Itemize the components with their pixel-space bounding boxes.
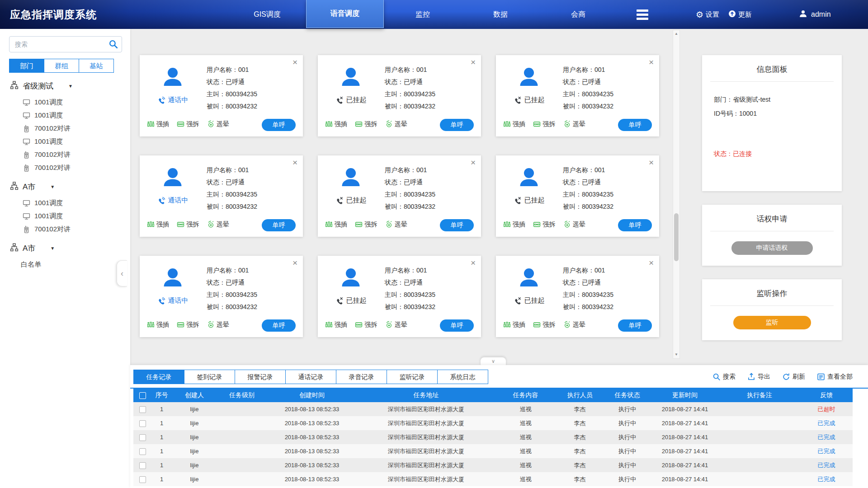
table-row[interactable]: 1 lijie 2018-08-13 08:52:33 深圳市福田区彩田村水源大… bbox=[133, 472, 853, 486]
search-input[interactable] bbox=[9, 36, 122, 52]
tree-group-row[interactable]: A市 ▼ bbox=[10, 243, 130, 253]
bottom-collapse-handle[interactable]: ∨ bbox=[480, 357, 506, 366]
apply-talk-right-button[interactable]: 申请话语权 bbox=[731, 241, 813, 255]
card-action-button[interactable]: 遥晕 bbox=[207, 120, 229, 128]
card-action-button[interactable]: 强拆 bbox=[533, 321, 555, 329]
single-call-button[interactable]: 单呼 bbox=[618, 319, 652, 332]
single-call-button[interactable]: 单呼 bbox=[262, 219, 296, 231]
table-row[interactable]: 1 lijie 2018-08-13 08:52:33 深圳市福田区彩田村水源大… bbox=[133, 458, 853, 472]
tree-item[interactable]: 700102对讲 bbox=[23, 223, 130, 236]
scrollbar-thumb[interactable] bbox=[674, 213, 679, 261]
card-action-button[interactable]: 强插 bbox=[503, 321, 525, 329]
caret-down-icon[interactable]: ▼ bbox=[50, 246, 55, 251]
card-action-button[interactable]: 强插 bbox=[503, 221, 525, 229]
single-call-button[interactable]: 单呼 bbox=[618, 219, 652, 231]
table-row[interactable]: 1 lijie 2018-08-13 08:52:33 深圳市福田区彩田村水源大… bbox=[133, 402, 853, 416]
sidebar-tab[interactable]: 群组 bbox=[44, 59, 79, 73]
hamburger-icon[interactable] bbox=[617, 9, 668, 20]
close-icon[interactable]: × bbox=[649, 58, 654, 66]
card-action-button[interactable]: 强拆 bbox=[355, 321, 377, 329]
card-action-button[interactable]: 遥晕 bbox=[563, 221, 585, 229]
tree-group-row[interactable]: 省级测试 ▼ bbox=[10, 81, 130, 91]
caret-down-icon[interactable]: ▼ bbox=[50, 184, 55, 189]
close-icon[interactable]: × bbox=[471, 58, 476, 66]
card-action-button[interactable]: 遥晕 bbox=[385, 221, 407, 229]
card-action-button[interactable]: 强插 bbox=[147, 120, 169, 128]
close-icon[interactable]: × bbox=[649, 158, 654, 167]
toolbar-button[interactable]: 刷新 bbox=[782, 373, 805, 381]
tree-item[interactable]: 白名单 bbox=[21, 258, 130, 271]
settings-button[interactable]: ⚙ 设置 bbox=[696, 10, 719, 19]
single-call-button[interactable]: 单呼 bbox=[440, 219, 474, 231]
row-checkbox[interactable] bbox=[139, 462, 146, 469]
tree-item[interactable]: 1001调度 bbox=[23, 135, 130, 148]
card-action-button[interactable]: 遥晕 bbox=[563, 120, 585, 128]
single-call-button[interactable]: 单呼 bbox=[440, 119, 474, 131]
card-action-button[interactable]: 遥晕 bbox=[207, 221, 229, 229]
card-action-button[interactable]: 强插 bbox=[325, 221, 347, 229]
tree-item[interactable]: 1001调度 bbox=[23, 96, 130, 109]
row-checkbox[interactable] bbox=[139, 476, 146, 483]
toolbar-button[interactable]: 搜索 bbox=[712, 373, 736, 381]
toolbar-button[interactable]: 查看全部 bbox=[817, 373, 853, 381]
row-checkbox[interactable] bbox=[139, 420, 146, 427]
table-row[interactable]: 1 lijie 2018-08-13 08:52:33 深圳市福田区彩田村水源大… bbox=[133, 430, 853, 444]
close-icon[interactable]: × bbox=[649, 258, 654, 267]
scrollbar-track[interactable]: ▲ ▼ bbox=[673, 30, 680, 359]
card-action-button[interactable]: 强拆 bbox=[533, 120, 555, 128]
tree-group-row[interactable]: A市 ▼ bbox=[10, 182, 130, 192]
single-call-button[interactable]: 单呼 bbox=[262, 119, 296, 131]
tree-item[interactable]: 700102对讲 bbox=[23, 122, 130, 135]
update-button[interactable]: 更新 bbox=[728, 10, 752, 19]
nav-menu-item[interactable]: GIS调度 bbox=[228, 0, 306, 29]
close-icon[interactable]: × bbox=[292, 158, 297, 167]
caret-down-icon[interactable]: ▼ bbox=[68, 84, 73, 89]
single-call-button[interactable]: 单呼 bbox=[440, 319, 474, 332]
nav-menu-item[interactable]: 监控 bbox=[384, 0, 462, 29]
sidebar-tab[interactable]: 基站 bbox=[79, 59, 114, 73]
row-checkbox[interactable] bbox=[139, 434, 146, 441]
card-action-button[interactable]: 强插 bbox=[147, 221, 169, 229]
close-icon[interactable]: × bbox=[292, 258, 297, 267]
single-call-button[interactable]: 单呼 bbox=[618, 119, 652, 131]
nav-menu-item[interactable]: 会商 bbox=[539, 0, 617, 29]
table-row[interactable]: 1 lijie 2018-08-13 08:52:33 深圳市福田区彩田村水源大… bbox=[133, 416, 853, 430]
toolbar-button[interactable]: 导出 bbox=[747, 373, 770, 381]
select-all-checkbox[interactable] bbox=[139, 392, 146, 399]
record-tab[interactable]: 系统日志 bbox=[437, 370, 488, 384]
sidebar-collapse-handle[interactable]: ‹ bbox=[117, 260, 127, 286]
user-menu[interactable]: admin bbox=[799, 9, 831, 20]
card-action-button[interactable]: 强拆 bbox=[355, 120, 377, 128]
nav-menu-item[interactable]: 数据 bbox=[462, 0, 539, 29]
card-action-button[interactable]: 强插 bbox=[325, 321, 347, 329]
sidebar-tab[interactable]: 部门 bbox=[9, 59, 44, 73]
nav-menu-item[interactable]: 语音调度 bbox=[306, 0, 384, 28]
card-action-button[interactable]: 强拆 bbox=[177, 120, 199, 128]
table-row[interactable]: 1 lijie 2018-08-13 08:52:33 深圳市福田区彩田村水源大… bbox=[133, 444, 853, 458]
tree-item[interactable]: 1001调度 bbox=[23, 109, 130, 122]
card-action-button[interactable]: 强拆 bbox=[355, 221, 377, 229]
close-icon[interactable]: × bbox=[471, 258, 476, 267]
card-action-button[interactable]: 强拆 bbox=[533, 221, 555, 229]
card-action-button[interactable]: 强插 bbox=[147, 321, 169, 329]
card-action-button[interactable]: 强拆 bbox=[177, 321, 199, 329]
search-icon[interactable] bbox=[108, 39, 118, 51]
card-action-button[interactable]: 遥晕 bbox=[207, 321, 229, 329]
listen-button[interactable]: 监听 bbox=[733, 316, 811, 329]
close-icon[interactable]: × bbox=[471, 158, 476, 167]
card-action-button[interactable]: 遥晕 bbox=[563, 321, 585, 329]
card-action-button[interactable]: 强插 bbox=[325, 120, 347, 128]
single-call-button[interactable]: 单呼 bbox=[262, 319, 296, 332]
tree-item[interactable]: 700102对讲 bbox=[23, 161, 130, 174]
close-icon[interactable]: × bbox=[292, 58, 297, 66]
record-tab[interactable]: 签到记录 bbox=[184, 370, 235, 384]
record-tab[interactable]: 报警记录 bbox=[235, 370, 286, 384]
card-action-button[interactable]: 强拆 bbox=[177, 221, 199, 229]
scroll-up-button[interactable]: ▲ bbox=[673, 30, 679, 38]
tree-item[interactable]: 700102对讲 bbox=[23, 148, 130, 161]
record-tab[interactable]: 录音记录 bbox=[336, 370, 387, 384]
row-checkbox[interactable] bbox=[139, 448, 146, 455]
record-tab[interactable]: 监听记录 bbox=[387, 370, 438, 384]
card-action-button[interactable]: 强插 bbox=[503, 120, 525, 128]
card-action-button[interactable]: 遥晕 bbox=[385, 120, 407, 128]
